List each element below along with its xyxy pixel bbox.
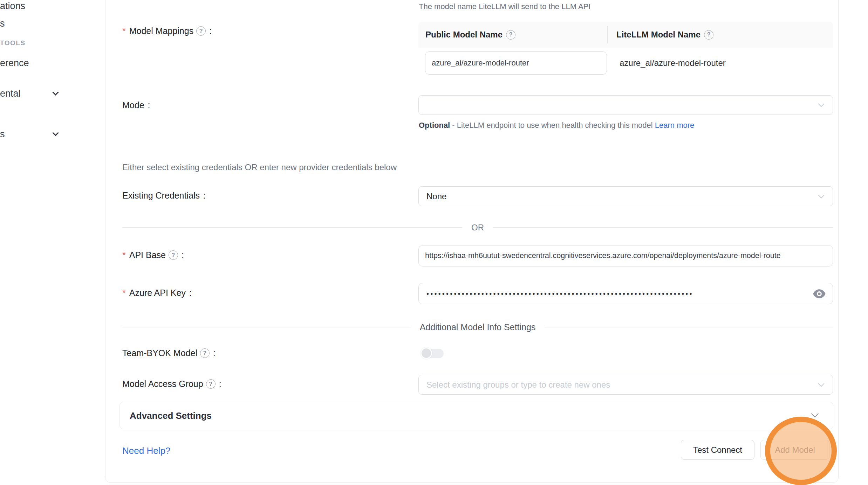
sidebar: ations s TOOLS erence ental s [0,0,105,485]
table-row: azure_ai/azure-model-router [418,48,833,84]
chevron-down-icon[interactable] [52,89,59,95]
advanced-settings-title: Advanced Settings [130,410,212,421]
mode-select[interactable] [418,95,833,115]
help-question-icon[interactable]: ? [206,379,216,389]
toggle-knob [421,347,432,359]
divider-line [122,227,462,228]
team-byok-toggle[interactable] [421,347,444,359]
model-access-group-label: Model Access Group ? : [122,379,221,389]
model-name-note: The model name LiteLLM will send to the … [419,2,590,11]
masked-password-value: ••••••••••••••••••••••••••••••••••••••••… [426,290,693,298]
required-asterisk: * [122,250,126,260]
model-mappings-table: Public Model Name ? LiteLLM Model Name ?… [418,22,833,84]
public-model-name-input[interactable] [425,51,607,75]
chevron-down-icon [818,192,824,198]
required-asterisk: * [122,288,126,298]
model-mappings-label: * Model Mappings ? : [122,26,212,36]
need-help-link[interactable]: Need Help? [122,445,170,456]
help-question-icon[interactable]: ? [506,30,515,40]
sidebar-item[interactable]: s [0,129,5,140]
divider-line [493,227,833,228]
api-base-field [418,245,833,266]
or-divider: OR [122,223,833,233]
azure-api-key-field[interactable]: ••••••••••••••••••••••••••••••••••••••••… [418,283,833,304]
chevron-down-icon[interactable] [52,130,59,136]
divider-text: OR [462,223,493,233]
existing-credentials-select[interactable]: None [418,186,833,206]
help-question-icon[interactable]: ? [704,30,713,40]
test-connect-button[interactable]: Test Connect [681,440,754,460]
credentials-note: Either select existing credentials OR en… [122,162,397,172]
api-base-input[interactable] [419,245,833,266]
learn-more-link[interactable]: Learn more [655,121,695,130]
azure-api-key-label: * Azure API Key : [122,288,192,298]
mode-help-text: Optional - LiteLLM endpoint to use when … [419,118,710,132]
chevron-down-icon [818,380,824,387]
column-header-litellm-model-name: LiteLLM Model Name ? [608,30,713,40]
chevron-down-icon [818,101,824,107]
sidebar-item[interactable]: erence [0,58,29,69]
divider-text: Additional Model Info Settings [411,322,545,332]
chevron-down-icon [811,410,819,417]
litellm-model-name-value: azure_ai/azure-model-router [620,58,726,68]
eye-icon[interactable] [813,289,826,299]
sidebar-item[interactable]: ental [0,88,21,99]
sidebar-item[interactable]: ations [0,1,25,12]
advanced-settings-panel[interactable]: Advanced Settings [119,402,833,429]
existing-credentials-label: Existing Credentials : [122,190,206,201]
column-divider [607,26,608,43]
sidebar-item[interactable]: s [0,18,5,29]
team-byok-label: Team-BYOK Model ? : [122,348,216,358]
required-asterisk: * [122,26,126,36]
table-header: Public Model Name ? LiteLLM Model Name ? [418,22,833,48]
api-base-label: * API Base ? : [122,250,184,260]
help-question-icon[interactable]: ? [169,250,178,260]
add-model-button[interactable]: Add Model [760,440,829,460]
help-question-icon[interactable]: ? [196,26,206,36]
help-question-icon[interactable]: ? [200,348,210,358]
additional-settings-divider: Additional Model Info Settings [122,322,833,332]
model-access-group-select[interactable]: Select existing groups or type to create… [418,375,833,395]
divider-line [545,327,833,328]
selected-value: None [426,192,446,201]
sidebar-section-header: TOOLS [0,39,26,47]
divider-line [122,327,411,328]
mode-label: Mode : [122,100,150,110]
column-header-public-model-name: Public Model Name ? [418,30,608,40]
select-placeholder: Select existing groups or type to create… [426,380,610,390]
add-model-page: ations s TOOLS erence ental s The model … [0,0,868,485]
